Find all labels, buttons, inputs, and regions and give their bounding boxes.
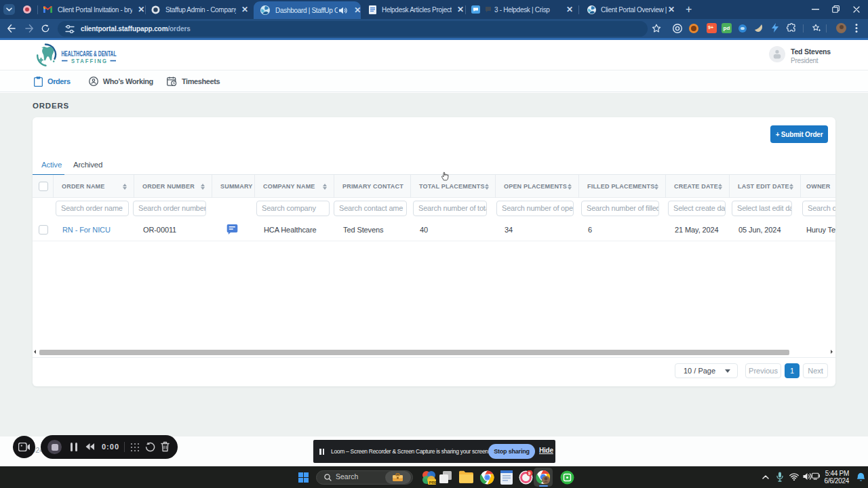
svg-text:PRE: PRE [429, 481, 437, 485]
svg-text:HEALTHCARE & DENTAL: HEALTHCARE & DENTAL [62, 49, 117, 58]
svg-text:9: 9 [528, 471, 531, 476]
svg-text:STAFFING: STAFFING [71, 58, 108, 64]
